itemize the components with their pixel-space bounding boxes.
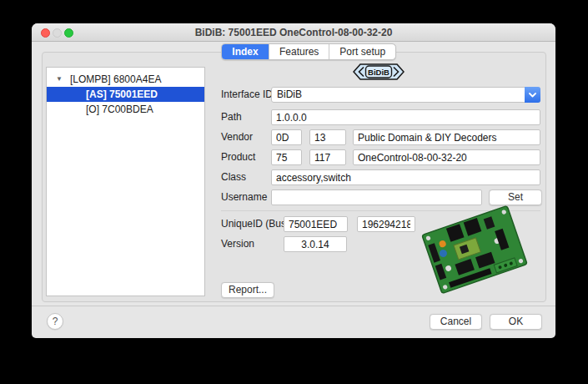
combobox-value: BiDiB (277, 88, 302, 102)
version-input[interactable] (284, 236, 347, 252)
close-icon[interactable] (41, 28, 50, 38)
node-tree: ▼ [LOMPB] 6800A4EA [AS] 75001EED [O] 7C0… (46, 67, 205, 296)
product-dec-input[interactable] (309, 149, 346, 165)
uniqueid-dec-input[interactable] (357, 216, 415, 232)
tree-item[interactable]: [O] 7C00BDEA (47, 102, 204, 117)
product-label: Product (221, 149, 255, 165)
svg-text:BiDiB: BiDiB (368, 68, 389, 77)
report-button[interactable]: Report... (221, 282, 274, 298)
window-title: BiDiB: 75001EED OneControl-08-00-32-20 (32, 23, 555, 42)
window: BiDiB: 75001EED OneControl-08-00-32-20 I… (32, 23, 555, 338)
tree-item-selected[interactable]: [AS] 75001EED (47, 87, 204, 102)
bidib-logo-icon: BiDiB (353, 63, 405, 80)
chevron-down-icon[interactable] (525, 87, 540, 103)
tree-item-root[interactable]: ▼ [LOMPB] 6800A4EA (47, 72, 204, 87)
version-label: Version (221, 236, 254, 252)
username-input[interactable] (271, 189, 482, 205)
product-hex-input[interactable] (271, 149, 302, 165)
vendor-name-input[interactable] (353, 129, 540, 145)
tree-item-label: [AS] 75001EED (86, 87, 158, 102)
zoom-icon[interactable] (64, 28, 73, 38)
tab-features[interactable]: Features (269, 44, 329, 59)
set-button[interactable]: Set (489, 189, 542, 205)
class-input[interactable] (271, 169, 540, 185)
product-name-input[interactable] (353, 149, 540, 165)
title-bar[interactable]: BiDiB: 75001EED OneControl-08-00-32-20 (32, 23, 555, 42)
tab-bar: Index Features Port setup (221, 43, 396, 60)
tab-index[interactable]: Index (222, 44, 269, 59)
desktop: BiDiB: 75001EED OneControl-08-00-32-20 I… (0, 0, 588, 384)
uniqueid-label: UniqueID (Bus) (221, 216, 289, 232)
pcb-photo (418, 205, 531, 294)
tree-item-label: [O] 7C00BDEA (86, 102, 153, 117)
help-button[interactable]: ? (47, 313, 63, 330)
disclosure-triangle-icon[interactable]: ▼ (56, 72, 63, 87)
tab-port-setup[interactable]: Port setup (329, 44, 395, 59)
minimize-icon[interactable] (53, 28, 62, 38)
interface-id-label: Interface ID (221, 87, 273, 103)
footer-divider (32, 306, 555, 306)
vendor-label: Vendor (221, 129, 253, 145)
path-label: Path (221, 109, 242, 125)
username-label: Username (221, 189, 267, 205)
cancel-button[interactable]: Cancel (430, 314, 482, 330)
interface-id-combobox[interactable]: BiDiB (271, 87, 540, 103)
path-input[interactable] (271, 109, 540, 125)
ok-button[interactable]: OK (490, 314, 542, 330)
uniqueid-hex-input[interactable] (284, 216, 348, 232)
vendor-dec-input[interactable] (309, 129, 346, 145)
tree-item-label: [LOMPB] 6800A4EA (70, 72, 161, 87)
vendor-hex-input[interactable] (271, 129, 302, 145)
class-label: Class (221, 169, 246, 185)
